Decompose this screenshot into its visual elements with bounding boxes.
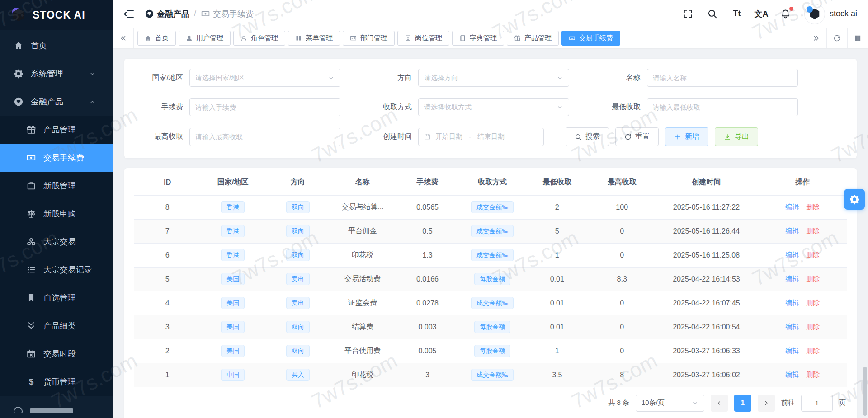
input-field-最高收取[interactable] [195,133,335,141]
tab-字典管理[interactable]: 字典管理 [452,31,504,46]
region-badge: 美国 [221,273,245,286]
tab-交易手续费[interactable]: 交易手续费 [561,31,620,46]
edit-link[interactable]: 编辑 [785,347,799,354]
delete-link[interactable]: 删除 [806,203,820,211]
sidebar-collapse-icon[interactable] [123,8,135,20]
vertical-scrollbar-thumb[interactable] [863,367,867,416]
idcard-icon [350,35,357,42]
sidebar-nav: 首页系统管理金融产品产品管理交易手续费新股管理新股申购大宗交易大宗交易记录自选管… [0,30,113,396]
sidebar-item-大宗交易[interactable]: 大宗交易 [0,228,113,256]
cell-max: 8.3 [590,267,654,291]
select-国家/地区[interactable]: 请选择国家/地区 [189,69,340,87]
tab-岗位管理[interactable]: 岗位管理 [397,31,449,46]
delete-link[interactable]: 删除 [806,371,820,378]
filter-label: 收取方式 [361,103,412,112]
input-field-名称[interactable] [653,74,792,82]
avatar[interactable] [804,4,825,24]
delete-link[interactable]: 删除 [806,251,820,258]
tab-角色管理[interactable]: 角色管理 [233,31,285,46]
sidebar-item-label: 货币管理 [43,376,76,387]
sidebar-item-货币管理[interactable]: $货币管理 [0,368,113,396]
sidebar-item-交易时段[interactable]: 交易时段 [0,340,113,368]
sidebar-item-交易手续费[interactable]: 交易手续费 [0,144,113,172]
tabs-scroll-left-button[interactable] [113,28,134,48]
cell-min: 2 [525,195,590,219]
sidebar-item-金融产品[interactable]: 金融产品 [0,88,113,116]
sidebar-item-partial[interactable] [0,396,113,413]
edit-link[interactable]: 编辑 [785,275,799,282]
prev-page-button[interactable] [711,395,728,412]
daterange-创建时间[interactable]: 开始日期-结束日期 [418,128,544,146]
method-badge: 成交金额‰ [471,201,514,214]
font-size-icon[interactable]: Tt [731,8,743,20]
导出-button[interactable]: 导出 [715,127,758,146]
tab-菜单管理[interactable]: 菜单管理 [288,31,340,46]
cell-region: 香港 [201,243,265,267]
sidebar-item-新股申购[interactable]: 新股申购 [0,200,113,228]
delete-link[interactable]: 删除 [806,323,820,330]
settings-gear-button[interactable] [844,189,865,210]
edit-link[interactable]: 编辑 [785,251,799,258]
layout-grid-button[interactable] [847,28,868,48]
home-icon [14,41,24,51]
select-placeholder: 请选择国家/地区 [195,74,245,82]
cell-method: 成交金额‰ [460,243,524,267]
column-header-最低收取: 最低收取 [525,170,590,195]
重置-button[interactable]: 重置 [615,127,659,146]
table-row: 6香港双向印花税1.3成交金额‰102025-05-16 11:25:08编辑删… [134,243,847,267]
delete-link[interactable]: 删除 [806,275,820,282]
fullscreen-icon[interactable] [682,8,694,20]
search-icon[interactable] [707,8,718,20]
edit-link[interactable]: 编辑 [785,371,799,378]
select-方向[interactable]: 请选择方向 [418,69,569,87]
delete-link[interactable]: 删除 [806,347,820,354]
sidebar-item-label: 大宗交易 [43,236,76,247]
tabs-scroll-right-button[interactable] [806,28,826,48]
sidebar-item-产品细类[interactable]: 产品细类 [0,312,113,340]
delete-link[interactable]: 删除 [806,227,820,235]
edit-link[interactable]: 编辑 [785,227,799,235]
region-badge: 美国 [221,297,245,310]
translate-icon[interactable]: 文A [755,8,767,20]
edit-link[interactable]: 编辑 [785,323,799,330]
tab-用户管理[interactable]: 用户管理 [179,31,231,46]
cell-min: 1 [525,339,590,363]
edit-link[interactable]: 编辑 [785,203,799,211]
sidebar-item-大宗交易记录[interactable]: 大宗交易记录 [0,256,113,284]
page-1-button[interactable]: 1 [734,395,751,412]
tab-首页[interactable]: 首页 [137,31,176,46]
cell-direction: 卖出 [265,267,330,291]
sidebar-item-系统管理[interactable]: 系统管理 [0,60,113,88]
filter-label: 创建时间 [361,132,412,141]
tab-部门管理[interactable]: 部门管理 [343,31,395,46]
breadcrumb-item-parent[interactable]: 金融产品 [145,9,189,19]
cell-actions: 编辑删除 [759,243,847,267]
sidebar-item-自选管理[interactable]: 自选管理 [0,284,113,312]
username[interactable]: stock ai [830,9,857,19]
edit-link[interactable]: 编辑 [785,299,799,306]
sidebar-item-新股管理[interactable]: 新股管理 [0,172,113,200]
filter-label: 国家/地区 [132,73,183,83]
cell-id: 5 [134,267,201,291]
input-field-最低收取[interactable] [653,103,792,111]
next-page-button[interactable] [758,395,775,412]
bell-icon[interactable] [780,8,792,20]
sidebar-item-产品管理[interactable]: 产品管理 [0,116,113,144]
sidebar-item-首页[interactable]: 首页 [0,32,113,60]
page-unit-label: 页 [839,399,846,407]
新增-button[interactable]: 新增 [665,127,708,146]
bell-icon [780,9,791,19]
cell-id: 6 [134,243,201,267]
refresh-page-button[interactable] [826,28,847,48]
sidebar-item-label: 产品细类 [43,320,76,331]
搜索-button[interactable]: 搜索 [566,127,609,146]
input-field-手续费[interactable] [195,103,335,111]
select-收取方式[interactable]: 请选择收取方式 [418,98,569,116]
method-badge: 每股金额 [474,273,510,286]
delete-link[interactable]: 删除 [806,299,820,306]
goto-page-input[interactable] [801,395,833,412]
tab-产品管理[interactable]: 产品管理 [507,31,559,46]
chevron-down-icon [692,400,698,406]
cell-created: 2025-05-16 11:27:22 [654,195,758,219]
page-size-select[interactable]: 10条/页 [636,395,704,412]
